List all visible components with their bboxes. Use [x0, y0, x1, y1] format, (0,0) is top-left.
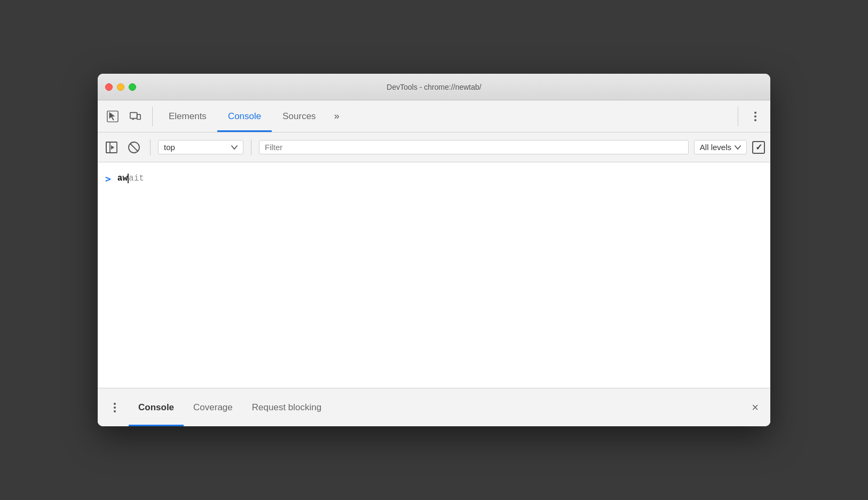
window-controls [105, 83, 136, 91]
svg-line-8 [130, 143, 138, 151]
drawer-tab-console[interactable]: Console [129, 388, 184, 426]
levels-dropdown-arrow-icon [735, 145, 741, 150]
console-input-text[interactable]: await [117, 174, 144, 183]
drawer-tab-request-blocking[interactable]: Request blocking [242, 388, 331, 426]
close-button[interactable] [105, 83, 113, 91]
console-content: > await [98, 162, 770, 388]
svg-rect-1 [130, 112, 137, 118]
clear-console-button[interactable] [125, 139, 143, 156]
filter-input-wrapper[interactable] [259, 140, 689, 154]
toolbar-divider-2 [251, 139, 251, 155]
close-drawer-button[interactable]: × [748, 397, 762, 418]
three-dots-icon [754, 112, 756, 121]
drawer-tabs: Console Coverage Request blocking [129, 388, 748, 426]
bottom-drawer: Console Coverage Request blocking × [98, 388, 770, 426]
toolbar-icons [103, 107, 153, 126]
context-label: top [164, 143, 227, 152]
top-toolbar: Elements Console Sources » [98, 100, 770, 132]
console-toolbar: top All levels [98, 132, 770, 162]
show-console-sidebar-button[interactable] [103, 139, 120, 156]
context-selector[interactable]: top [158, 140, 243, 154]
minimize-button[interactable] [117, 83, 124, 91]
filter-input[interactable] [265, 143, 683, 152]
tab-elements[interactable]: Elements [158, 100, 217, 132]
svg-rect-2 [137, 114, 140, 119]
devtools-window: DevTools - chrome://newtab/ [98, 74, 770, 426]
dropdown-arrow-icon [231, 145, 238, 150]
window-title: DevTools - chrome://newtab/ [386, 83, 481, 91]
drawer-menu-button[interactable] [106, 396, 123, 419]
more-options-button[interactable] [746, 107, 765, 126]
svg-rect-5 [106, 142, 110, 153]
levels-label: All levels [700, 143, 731, 152]
tab-console[interactable]: Console [217, 100, 272, 132]
titlebar: DevTools - chrome://newtab/ [98, 74, 770, 100]
console-prompt-symbol: > [105, 173, 111, 184]
console-typed-text: aw [117, 174, 128, 183]
console-input-entry: > await [98, 168, 770, 189]
maximize-button[interactable] [129, 83, 136, 91]
hide-network-checkbox[interactable] [752, 141, 765, 154]
drawer-three-dots-icon [114, 403, 116, 412]
toolbar-right [738, 107, 765, 126]
inspect-element-button[interactable] [103, 107, 122, 126]
device-toggle-button[interactable] [125, 107, 145, 126]
levels-dropdown[interactable]: All levels [694, 140, 747, 154]
console-autocomplete-text: ait [129, 174, 144, 183]
tab-sources[interactable]: Sources [272, 100, 326, 132]
toolbar-divider [150, 139, 151, 155]
drawer-tab-coverage[interactable]: Coverage [184, 388, 242, 426]
main-nav-tabs: Elements Console Sources » [158, 100, 738, 132]
more-tabs-button[interactable]: » [327, 100, 347, 132]
devtools-panel: Elements Console Sources » [98, 100, 770, 426]
svg-marker-6 [111, 145, 114, 150]
